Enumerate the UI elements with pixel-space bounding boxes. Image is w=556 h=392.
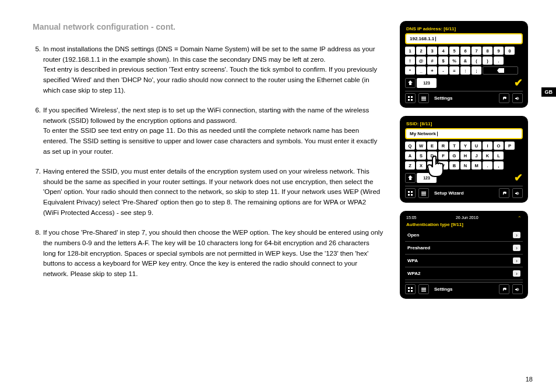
keyboard-key[interactable]: J: [471, 151, 481, 160]
shift-key[interactable]: [405, 173, 416, 183]
svg-rect-20: [421, 291, 426, 292]
menu-icon[interactable]: [418, 93, 429, 103]
step-8: 8. If you chose 'Pre-Shared' in step 7, …: [33, 228, 383, 280]
keyboard-key[interactable]: H: [460, 151, 470, 160]
backspace-key[interactable]: [483, 66, 518, 75]
keyboard-key[interactable]: L: [494, 151, 504, 160]
keyboard-key[interactable]: F: [438, 151, 448, 160]
step-6: 6. If you specified 'Wireless', the next…: [33, 105, 383, 157]
svg-rect-3: [411, 99, 413, 101]
keyboard-key[interactable]: A: [405, 151, 415, 160]
keyboard-key[interactable]: 6: [460, 47, 470, 55]
keyboard-key[interactable]: R: [438, 142, 448, 150]
keyboard-key[interactable]: 2: [416, 47, 426, 55]
keyboard-key[interactable]: &: [460, 56, 470, 65]
keyboard-key[interactable]: 5: [449, 47, 459, 55]
keyboard-key[interactable]: 7: [471, 47, 481, 55]
keyboard-key[interactable]: 0: [505, 47, 515, 55]
keyboard-key[interactable]: X: [416, 161, 426, 169]
keyboard-key[interactable]: V: [438, 161, 448, 169]
keyboard-key[interactable]: T: [449, 142, 459, 150]
back-icon[interactable]: [499, 284, 509, 294]
keyboard-key[interactable]: @: [416, 56, 426, 65]
keyboard-key[interactable]: #: [427, 56, 437, 65]
keyboard-key[interactable]: I: [483, 142, 492, 150]
svg-rect-0: [408, 96, 410, 98]
keyboard-key[interactable]: .: [483, 161, 492, 169]
keyboard-key[interactable]: 9: [494, 47, 504, 55]
keyboard-key[interactable]: (: [471, 56, 481, 65]
option-open[interactable]: Open ›: [405, 229, 523, 242]
keyboard-key[interactable]: 8: [483, 47, 492, 55]
keyboard-key[interactable]: N: [460, 161, 470, 169]
confirm-check-icon[interactable]: ✔: [514, 171, 523, 184]
keyboard-key[interactable]: .: [494, 56, 504, 65]
keyboard-key[interactable]: D: [427, 151, 437, 160]
keyboard-key[interactable]: $: [438, 56, 448, 65]
keyboard-key[interactable]: P: [505, 142, 515, 150]
keyboard-key[interactable]: _: [416, 66, 426, 75]
keyboard-key[interactable]: U: [471, 142, 481, 150]
text-input[interactable]: 192.168.1.1: [405, 33, 523, 44]
option-preshared[interactable]: Preshared ›: [405, 242, 523, 255]
keyboard-key[interactable]: *: [405, 66, 415, 75]
footer-label: Settings: [434, 287, 453, 292]
keyboard-key[interactable]: K: [483, 151, 492, 160]
screen-title: SSID: [8/11]: [405, 121, 523, 128]
svg-rect-4: [421, 97, 426, 98]
keyboard-key[interactable]: +: [427, 66, 437, 75]
svg-rect-9: [408, 194, 410, 196]
keyboard-key[interactable]: 1: [405, 47, 415, 55]
mode-key[interactable]: 123: [417, 78, 437, 88]
keyboard-key[interactable]: Z: [405, 161, 415, 169]
option-wpa[interactable]: WPA ›: [405, 255, 523, 267]
apps-icon[interactable]: [405, 188, 416, 198]
text-input[interactable]: My Network: [405, 128, 523, 139]
step-number: 6.: [33, 105, 43, 157]
step-7: 7. Having entered the SSID, you must ent…: [33, 167, 383, 218]
keyboard-key[interactable]: C: [427, 161, 437, 169]
keyboard-key[interactable]: W: [416, 142, 426, 150]
speaker-icon[interactable]: [512, 188, 523, 198]
option-wpa2[interactable]: WPA2 ›: [405, 267, 523, 280]
svg-rect-7: [408, 191, 410, 193]
keyboard-key[interactable]: S: [416, 151, 426, 160]
keyboard-key[interactable]: -: [438, 66, 448, 75]
keyboard-key[interactable]: ;: [471, 66, 481, 75]
keyboard-key[interactable]: =: [449, 66, 459, 75]
keyboard-key[interactable]: B: [449, 161, 459, 169]
keyboard-key[interactable]: ,: [494, 161, 504, 169]
mode-key[interactable]: 123: [417, 173, 437, 183]
svg-rect-10: [411, 194, 413, 196]
apps-icon[interactable]: [405, 93, 416, 103]
keyboard-key[interactable]: E: [427, 142, 437, 150]
keyboard-key[interactable]: O: [494, 142, 504, 150]
menu-icon[interactable]: [418, 188, 429, 198]
back-icon[interactable]: [499, 188, 509, 198]
screen-title: DNS IP address: [6/11]: [405, 26, 523, 33]
keyboard-key[interactable]: Y: [460, 142, 470, 150]
device-screen-auth: 15:05 26 Jun 2010 ⌃ Authentication type …: [400, 211, 528, 299]
keyboard-key[interactable]: 3: [427, 47, 437, 55]
keyboard-key[interactable]: %: [449, 56, 459, 65]
option-label: WPA: [407, 258, 418, 263]
keyboard-key[interactable]: 4: [438, 47, 448, 55]
chevron-right-icon: ›: [513, 245, 520, 251]
keyboard-key[interactable]: G: [449, 151, 459, 160]
speaker-icon[interactable]: [512, 93, 523, 103]
keyboard-key[interactable]: :: [460, 66, 470, 75]
footer-label: Setup Wizard: [434, 190, 464, 196]
keyboard-key[interactable]: M: [471, 161, 481, 169]
menu-icon[interactable]: [418, 284, 429, 294]
shift-key[interactable]: [405, 78, 416, 88]
keyboard-key[interactable]: Q: [405, 142, 415, 150]
apps-icon[interactable]: [405, 284, 416, 294]
keyboard-key[interactable]: !: [405, 56, 415, 65]
speaker-icon[interactable]: [512, 284, 523, 294]
back-icon[interactable]: [499, 93, 509, 103]
svg-rect-6: [421, 100, 426, 101]
keyboard-key[interactable]: ): [483, 56, 492, 65]
confirm-check-icon[interactable]: ✔: [514, 76, 523, 89]
step-text: Having entered the SSID, you must enter …: [43, 167, 383, 218]
option-label: WPA2: [407, 271, 421, 276]
